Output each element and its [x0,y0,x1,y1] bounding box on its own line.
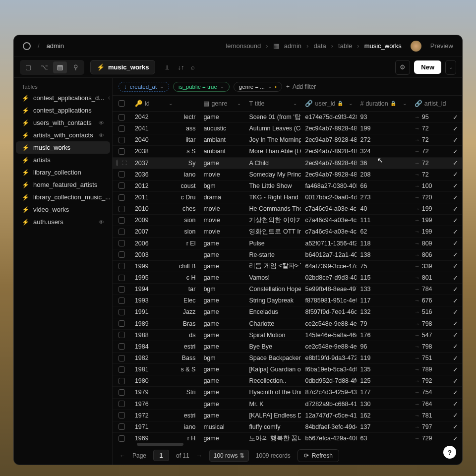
row-checkbox[interactable] [119,378,125,384]
row-checkbox[interactable] [119,320,125,327]
next-page-button[interactable]: → [196,452,202,459]
row-checkbox[interactable] [119,412,125,418]
row-checkbox[interactable] [119,275,125,281]
search-icon[interactable]: ⌕ [191,63,195,71]
cell-action[interactable]: ✓ [449,148,462,155]
cell-action[interactable]: ✓ [449,286,462,293]
row-checkbox[interactable] [119,401,125,407]
row-checkbox[interactable] [119,263,125,269]
cell-action[interactable]: ✓ [449,366,462,373]
cell-action[interactable]: ✓ [449,423,462,430]
table-row[interactable]: 2006r ElgamePulsea52f0711-1356-4f2b-9...… [113,238,462,249]
table-row[interactable]: 1980gameRecollection..0dbd952d-7d88-4f04… [113,375,462,387]
column-user-id[interactable]: 🔗 user_id 🔒⌄ [301,100,356,107]
cell-action[interactable]: ✓ [449,320,462,327]
row-checkbox[interactable] [119,194,125,201]
settings-icon[interactable]: ⚙ [395,60,410,75]
table-row[interactable]: ⛶2037SygameA Child2ec94ab7-8928-48cd...3… [113,158,462,169]
table-row[interactable]: 2040iitarambiantJoy In The Morning (L...… [113,134,462,146]
sort-icon[interactable]: ↓↑ [178,63,184,71]
cell-action[interactable]: ✓ [449,171,462,178]
table-row[interactable]: 1976gameMr. Kd7282a9b-c668-4130-...130→ … [113,399,462,410]
table-row[interactable]: 1982BassbgmSpace Backpackere8bf19fd-9da3… [113,353,462,364]
cell-action[interactable]: ✓ [449,297,462,304]
row-checkbox[interactable] [119,171,125,178]
cell-action[interactable]: ✓ [449,251,462,258]
prev-page-button[interactable]: ← [119,452,125,459]
row-checkbox[interactable] [119,423,125,430]
rows-per-page-select[interactable]: 100 rows ⇅ [209,450,249,462]
table-row[interactable]: 2007sionmovie영화인트로 OTT Introc7a46c94-a03… [113,226,462,238]
cell-action[interactable]: ✓ [449,412,462,419]
cell-action[interactable]: ✓ [449,194,462,201]
cell-action[interactable]: ✓ [449,239,462,247]
workspace-name[interactable]: admin [47,42,64,50]
select-all-checkbox[interactable] [119,100,125,107]
sidebar-item[interactable]: ⚡music_works [16,141,110,154]
page-input[interactable] [153,450,169,461]
table-row[interactable]: 1988dsgameSpiral Motion145fe46e-5a8a-46d… [113,330,462,341]
cell-action[interactable]: ✓ [449,262,462,270]
cell-action[interactable]: ✓ [449,274,462,282]
row-checkbox[interactable] [119,389,125,396]
plug-view-icon[interactable]: ⚲ [69,61,83,73]
cell-action[interactable]: ✓ [449,228,462,236]
cell-action[interactable]: ✓ [449,377,462,385]
table-row[interactable]: 1971ianomusicalfluffy comfy84bdfaef-3efc… [113,421,462,433]
new-button[interactable]: New [414,60,441,74]
table-view-icon[interactable]: ▤ [53,61,67,73]
cell-action[interactable]: ✓ [449,343,462,350]
table-row[interactable]: 2038s SambiantMore Than Able (LOFI ...2e… [113,146,462,157]
row-checkbox[interactable] [119,286,125,293]
sidebar-item[interactable]: ⚡artists_with_contacts👁 [16,129,110,141]
table-row[interactable]: 1999chill Bgame리듬 게임 <칼파> Track.064af739… [113,261,462,272]
table-row[interactable]: 2010chesmovieHe Commands The Wo...c7a46c… [113,203,462,215]
filter-icon[interactable]: ⫫ [164,63,171,71]
cell-action[interactable]: ✓ [449,389,462,396]
cell-action[interactable]: ✓ [449,182,462,189]
cell-action[interactable]: ✓ [449,125,462,132]
table-row[interactable]: 1993ElecgameString Daybreakf8785981-951c… [113,295,462,306]
table-row[interactable]: 2042lectrgameScene 01 (from '탑승객...e174e… [113,112,462,123]
horizontal-scrollbar[interactable] [137,443,183,446]
sidebar-item[interactable]: ⚡video_works [16,203,110,216]
filter-is-public[interactable]: is_public = true ⌄ [173,82,230,92]
table-row[interactable]: 1981s & Sgame[Kalpa] Guardian of Timef6b… [113,364,462,375]
table-row[interactable]: 1979StrigameHyacinth of the Universe87c2… [113,387,462,398]
cell-action[interactable]: ✓ [449,435,462,442]
preview-link[interactable]: Preview [430,42,453,50]
cell-action[interactable]: ✓ [449,400,462,408]
row-checkbox[interactable] [119,298,125,304]
app-logo-icon[interactable] [23,42,31,50]
row-checkbox[interactable] [119,137,125,143]
row-checkbox[interactable] [119,148,125,155]
row-checkbox[interactable] [119,366,125,373]
crumb-table[interactable]: table [338,42,352,50]
folder-view-icon[interactable]: ▢ [21,61,35,73]
table-row[interactable]: 1972estrigame[KALPA] Endless Duet12a747d… [113,410,462,421]
sidebar-item[interactable]: ⚡users_with_contacts👁 [16,117,110,129]
cell-action[interactable]: ✓ [449,136,462,144]
sidebar-item[interactable]: ⚡contest_applications_d...👁 [16,92,110,104]
sidebar-item[interactable]: ⚡artists [16,154,110,166]
row-checkbox[interactable] [119,217,125,224]
row-checkbox[interactable] [119,355,125,361]
filter-genre[interactable]: genre = ... ⌄• [234,82,282,92]
table-row[interactable]: 1991JazzgameEnceladus8f597f9d-7ee1-46dc-… [113,306,462,318]
filter-created-at[interactable]: ↓ created_at ⌄ [119,82,169,92]
add-filter-button[interactable]: + Add filter [286,83,316,90]
row-checkbox[interactable] [119,229,125,235]
sidebar-item[interactable]: ⚡auth.users👁 [16,216,110,228]
column-artist-id[interactable]: 🔗 artist_id [411,100,449,107]
table-row[interactable]: 2009sionmovie기상천외한 이야기c7a46c94-a03e-4c30… [113,215,462,226]
cell-action[interactable]: ✓ [449,355,462,362]
tree-view-icon[interactable]: ⌥ [37,61,51,73]
column-duration[interactable]: # duration 🔒⌄ [357,100,411,107]
new-dropdown-button[interactable]: ⌄ [445,60,456,75]
sidebar-item[interactable]: ⚡library_collection_music_... [16,191,110,203]
row-checkbox[interactable] [119,240,125,246]
column-id[interactable]: 🔑 id⌄ [131,100,177,107]
table-row[interactable]: 2011c DrudramaTKG - Right Hand0017bbc2-0… [113,192,462,203]
row-checkbox[interactable] [119,343,125,350]
table-row[interactable]: 1984estrigameBye Byece2c548e-9e88-4e6f-.… [113,341,462,353]
